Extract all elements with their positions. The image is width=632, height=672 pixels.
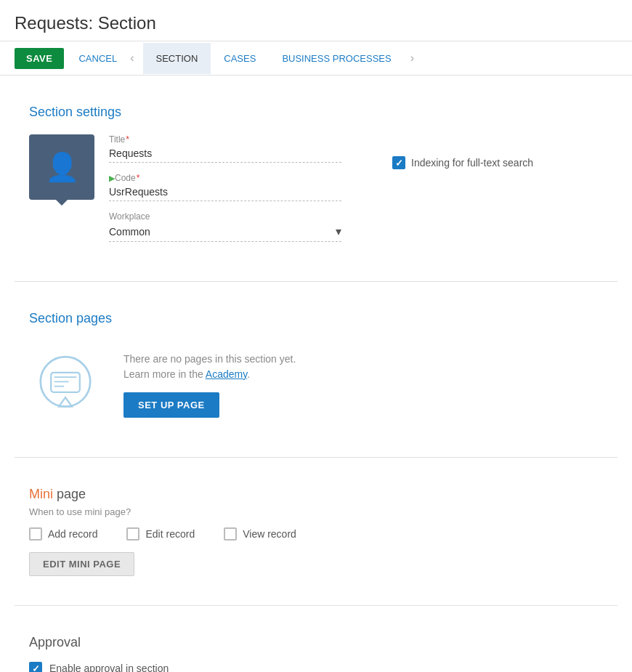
approval-check-row: Enable approval in section (29, 662, 603, 672)
mini-heading-normal: page (53, 487, 86, 501)
dropdown-arrow-icon: ▾ (336, 224, 341, 238)
code-value[interactable]: UsrRequests (109, 185, 341, 201)
add-record-check-item: Add record (29, 527, 97, 541)
workplace-label: Workplace (109, 211, 349, 222)
save-button[interactable]: SAVE (15, 48, 64, 69)
cancel-button[interactable]: CANCEL (71, 48, 124, 69)
toolbar: SAVE CANCEL ‹ SECTION CASES BUSINESS PRO… (0, 41, 632, 76)
add-record-label: Add record (48, 528, 97, 540)
tab-cases[interactable]: CASES (211, 43, 269, 74)
edit-record-check-item: Edit record (126, 527, 195, 541)
divider-1 (15, 281, 617, 282)
workplace-field-group: Workplace Common ▾ (109, 211, 349, 242)
section-settings-heading: Section settings (29, 105, 603, 120)
pages-icon-wrap (29, 348, 102, 421)
fields-area: Title* Requests ▶Code* UsrRequests Workp… (109, 134, 349, 252)
indexing-label: Indexing for full-text search (411, 157, 533, 169)
view-record-check-item: View record (224, 527, 296, 541)
edit-record-label: Edit record (145, 528, 195, 540)
nav-tabs: SECTION CASES BUSINESS PROCESSES (143, 43, 405, 74)
next-arrow[interactable]: › (405, 52, 420, 65)
approval-heading: Approval (29, 635, 603, 650)
indexing-area: Indexing for full-text search (392, 156, 533, 169)
section-settings-body: 👤 Title* Requests ▶Code* UsrRequests Wor… (29, 134, 603, 252)
divider-3 (15, 605, 617, 606)
setup-page-button[interactable]: SET UP PAGE (123, 392, 219, 418)
pages-empty-text: There are no pages in this section yet. … (123, 352, 603, 382)
divider-2 (15, 457, 617, 458)
title-field-group: Title* Requests (109, 134, 349, 163)
workplace-select[interactable]: Common ▾ (109, 223, 341, 242)
section-settings-card: Section settings 👤 Title* Requests ▶Code… (15, 90, 617, 267)
title-label: Title* (109, 134, 349, 145)
approval-card: Approval Enable approval in section (15, 620, 617, 672)
approval-checkbox[interactable] (29, 662, 42, 672)
svg-marker-5 (59, 397, 72, 407)
pages-body: There are no pages in this section yet. … (29, 341, 603, 428)
page-title: Requests: Section (0, 0, 632, 41)
approval-label: Enable approval in section (49, 663, 169, 672)
mini-page-heading: Mini page (29, 487, 603, 502)
avatar-wrapper: 👤 (29, 134, 94, 200)
view-record-checkbox[interactable] (224, 527, 237, 541)
mini-page-card: Mini page When to use mini page? Add rec… (15, 472, 617, 591)
code-field-group: ▶Code* UsrRequests (109, 173, 349, 201)
workplace-value: Common (109, 226, 336, 238)
tab-section[interactable]: SECTION (143, 43, 211, 74)
code-label: ▶Code* (109, 173, 349, 183)
indexing-checkbox[interactable] (392, 156, 405, 169)
avatar: 👤 (29, 134, 94, 200)
mini-heading-orange: Mini (29, 487, 53, 501)
tab-business-processes[interactable]: BUSINESS PROCESSES (269, 43, 404, 74)
pages-text: There are no pages in this section yet. … (123, 352, 603, 418)
academy-link[interactable]: Academy (206, 368, 247, 380)
user-icon: 👤 (45, 153, 79, 181)
add-record-checkbox[interactable] (29, 527, 42, 541)
edit-record-checkbox[interactable] (126, 527, 139, 541)
section-pages-heading: Section pages (29, 311, 603, 326)
title-value[interactable]: Requests (109, 146, 341, 163)
section-pages-card: Section pages There are no pages in this… (15, 296, 617, 442)
mini-subtitle: When to use mini page? (29, 506, 603, 517)
mini-checkboxes: Add record Edit record View record (29, 527, 603, 541)
prev-arrow[interactable]: ‹ (124, 52, 139, 65)
page-bubble-icon (33, 352, 98, 417)
edit-mini-page-button[interactable]: EDIT MINI PAGE (29, 552, 134, 576)
view-record-label: View record (243, 528, 296, 540)
